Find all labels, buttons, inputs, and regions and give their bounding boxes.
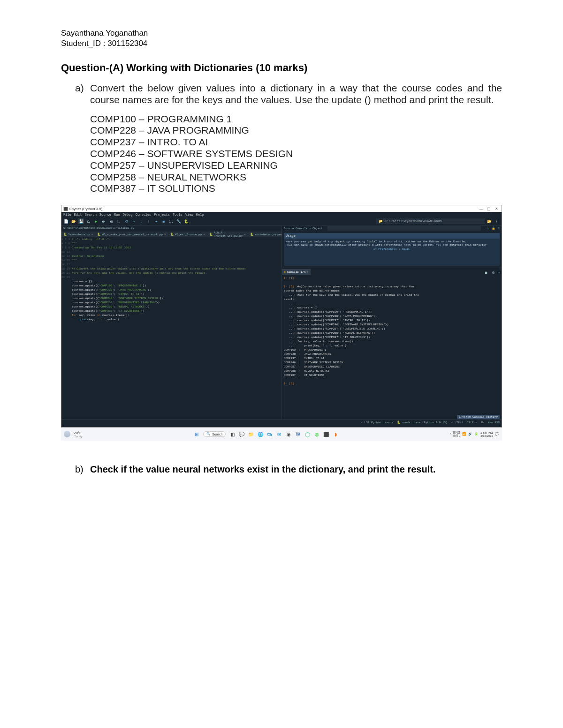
folder-browse-icon[interactable]: 📂 [487, 218, 492, 224]
maximize-pane-icon[interactable]: ⛶ [168, 218, 174, 224]
course-line: COMP237 – INTRO. TO AI [90, 136, 502, 148]
usage-text: Here you can get help of any object by p… [286, 240, 498, 243]
language-icon[interactable]: ENGINTL [453, 431, 460, 437]
step-in-icon[interactable]: ↓ [138, 218, 144, 224]
continue-icon[interactable]: ⇥ [153, 218, 159, 224]
cloud-icon [64, 431, 70, 437]
notification-icon[interactable]: 💬 [495, 432, 499, 436]
whatsapp-icon[interactable]: ◯ [304, 431, 310, 437]
run-selection-icon[interactable]: Ⅰ. [116, 218, 122, 224]
explorer-icon[interactable]: 📁 [248, 431, 254, 437]
editor-tabs: 🐍Sayanthana.py× 🐍W5_a_make_your_own_neur… [61, 231, 282, 237]
anaconda-icon[interactable]: ◍ [314, 431, 320, 437]
code-area[interactable]: # -*- coding: utf-8 -*- """ Created on T… [72, 237, 282, 419]
usage-link[interactable]: in Preferences › Help. [286, 248, 498, 251]
run-cell-icon[interactable]: ⏭ [101, 218, 107, 224]
save-icon[interactable]: 💾 [78, 218, 84, 224]
volume-icon[interactable]: 🔊 [468, 432, 472, 436]
menu-item[interactable]: Debug [123, 213, 133, 217]
course-line: COMP387 – IT SOLUTIONS [90, 183, 502, 195]
right-pane: Source Console ▾ Object ⌂ 🔒 ≡ Usage Here… [282, 225, 502, 419]
home-icon[interactable]: ⌂ [487, 227, 489, 230]
console-menu-icon[interactable]: ≡ [498, 271, 500, 275]
run-cell-advance-icon[interactable]: ⏯ [108, 218, 114, 224]
menu-item[interactable]: Help [196, 213, 204, 217]
taskbar-weather[interactable]: 20°F Cloudy [64, 431, 83, 438]
window-titlebar: ⬛ Spyder (Python 3.9) — ▢ ✕ [61, 205, 502, 212]
chat-icon[interactable]: 💬 [239, 431, 244, 437]
taskview-icon[interactable]: ◧ [229, 431, 235, 437]
new-file-icon[interactable]: 📄 [63, 218, 69, 224]
working-dir[interactable]: 📁C:\Users\Sayanthana\Downloads [376, 218, 485, 224]
console[interactable]: In [1]: In [2]: #a)Convert the below giv… [282, 275, 502, 414]
editor-file-path: C:\Users\Sayanthana\Downloads\untitled2.… [61, 225, 282, 231]
console-pane: ▣ Console 1/A × ⏹ 🗑 ≡ In [1]: In [2]: #a… [282, 268, 502, 419]
menubar: File Edit Search Source Run Debug Consol… [61, 212, 502, 218]
menu-item[interactable]: Search [85, 213, 97, 217]
step-out-icon[interactable]: ↑ [146, 218, 152, 224]
student-id: Student_ID : 301152304 [61, 38, 502, 49]
taskbar-search[interactable]: 🔍 Search [203, 431, 226, 437]
word-icon[interactable]: W [295, 431, 301, 437]
battery-icon[interactable]: 🔋 [474, 432, 479, 436]
menu-icon[interactable]: ≡ [498, 227, 500, 230]
step-over-icon[interactable]: ↷ [131, 218, 137, 224]
mem-status: Mem 83% [488, 421, 500, 424]
windows-taskbar: 20°F Cloudy ⊞ 🔍 Search ◧ 💬 📁 🌐 🛍 ✉ ◉ W ◯ [61, 428, 502, 441]
menu-item[interactable]: Run [114, 213, 120, 217]
jupyter-icon[interactable]: ◗ [333, 431, 338, 437]
part-b: b) Check if the value neural networks ex… [61, 464, 502, 475]
weather-cond: Cloudy [74, 435, 83, 438]
editor-tab[interactable]: 🐍W5_a_make_your_own_neural_network.py× [95, 232, 168, 237]
console-tabs: ▣ Console 1/A × ⏹ 🗑 ≡ [282, 268, 502, 275]
menu-item[interactable]: Projects [154, 213, 170, 217]
taskbar-center: ⊞ 🔍 Search ◧ 💬 📁 🌐 🛍 ✉ ◉ W ◯ ◍ ⬛ ◗ [194, 431, 338, 437]
interrupt-icon[interactable]: ⏹ [485, 271, 488, 275]
editor-tab[interactable]: 🐍YoutubeLab_sayanthana.py× [248, 232, 282, 237]
mail-icon[interactable]: ✉ [276, 431, 282, 437]
menu-item[interactable]: Source [99, 213, 111, 217]
maximize-button[interactable]: ▢ [486, 207, 492, 211]
remove-icon[interactable]: 🗑 [492, 271, 495, 275]
lsp-status: ✓ LSP Python: ready [361, 420, 393, 424]
debug-icon[interactable]: ⟲ [123, 218, 129, 224]
course-line: COMP228 – JAVA PROGRAMMING [90, 125, 502, 136]
console-tab[interactable]: ▣ Console 1/A × [282, 269, 311, 275]
menu-item[interactable]: Consoles [136, 213, 152, 217]
lock-icon[interactable]: 🔒 [492, 227, 495, 230]
ide-body: C:\Users\Sayanthana\Downloads\untitled2.… [61, 225, 502, 419]
menu-item[interactable]: Edit [74, 213, 82, 217]
run-icon[interactable]: ▶ [93, 218, 99, 224]
store-icon[interactable]: 🛍 [267, 431, 273, 437]
stop-icon[interactable]: ■ [161, 218, 167, 224]
menu-item[interactable]: Tools [173, 213, 183, 217]
spyder-ide: ⬛ Spyder (Python 3.9) — ▢ ✕ File Edit Se… [61, 205, 502, 428]
ipython-history-toggle[interactable]: IPython Console History [457, 415, 500, 419]
start-icon[interactable]: ⊞ [194, 431, 199, 437]
close-button[interactable]: ✕ [493, 207, 500, 211]
editor-tab[interactable]: 🐍Sayanthana.py× [61, 232, 95, 237]
open-file-icon[interactable]: 📂 [71, 218, 76, 224]
editor-tab[interactable]: 🐍ADN_F Project_Group2.py× [207, 232, 248, 237]
ide-screenshot: ⬛ Spyder (Python 3.9) — ▢ ✕ File Edit Se… [61, 205, 502, 441]
help-search-input[interactable] [327, 226, 481, 231]
preferences-icon[interactable]: 🔧 [176, 218, 182, 224]
help-tabs[interactable]: Source Console ▾ Object [284, 226, 323, 230]
code-editor[interactable]: 1 2 3 4 5 6 7 8 9 10 11 12 13 14 15 16 1… [61, 237, 282, 419]
minimize-button[interactable]: — [478, 207, 485, 211]
spyder-taskbar-icon[interactable]: ⬛ [323, 431, 329, 437]
chrome-icon[interactable]: ◉ [286, 431, 291, 437]
edge-icon[interactable]: 🌐 [258, 431, 263, 437]
part-a: a) Convert the below given values into a… [61, 83, 502, 106]
wifi-icon[interactable]: 📶 [462, 432, 466, 436]
window-title: ⬛ Spyder (Python 3.9) [63, 207, 102, 211]
parent-dir-icon[interactable]: ⬆ [494, 218, 500, 224]
menu-item[interactable]: File [63, 213, 71, 217]
chevron-up-icon[interactable]: ^ [450, 433, 451, 436]
weather-temp: 20°F [74, 431, 83, 435]
editor-tab[interactable]: 🐍W5_ex1_Source.py× [168, 232, 207, 237]
menu-item[interactable]: View [185, 213, 193, 217]
python-path-icon[interactable]: 🐍 [183, 218, 189, 224]
save-all-icon[interactable]: 🗂 [86, 218, 91, 224]
clock[interactable]: 4:06 PM 2/16/2023 [480, 431, 493, 437]
